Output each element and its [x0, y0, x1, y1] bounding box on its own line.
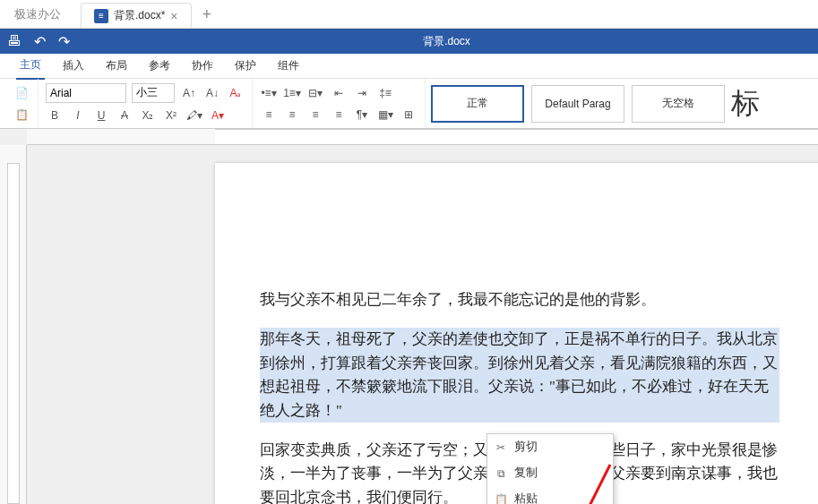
align-right-icon[interactable]: ≡ — [306, 106, 324, 124]
close-tab-icon[interactable]: × — [170, 9, 177, 23]
borders-icon[interactable]: ⊞ — [400, 106, 418, 124]
title-bar-filename: 背景.docx — [423, 34, 470, 49]
context-menu: ✂剪切 ⧉复制 📋粘贴 打印选择 分页前 保持同一行 ¶段落高级设置 💬发表评论 — [486, 433, 614, 504]
style-gallery: 正常 Default Parag 无空格 标 — [426, 79, 764, 128]
doc-icon: ≡ — [94, 9, 108, 23]
cut-icon: ✂ — [495, 441, 507, 454]
numbering-icon[interactable]: 1≡▾ — [283, 84, 301, 102]
change-case-icon[interactable]: Aₐ — [227, 84, 245, 102]
copy-icon[interactable]: 📄 — [13, 84, 30, 102]
indent-icon[interactable]: ⇥ — [353, 84, 371, 102]
title-tab-row: 极速办公 ≡ 背景.docx* × + — [0, 0, 818, 29]
font-group: A↑ A↓ Aₐ B I U A X₂ X² 🖍▾ A▾ — [39, 79, 253, 128]
paragraph-group: •≡▾ 1≡▾ ⊟▾ ⇤ ⇥ ‡≡ ≡ ≡ ≡ ≡ ¶▾ ▦▾ ⊞ — [253, 79, 426, 128]
shading-icon[interactable]: ▦▾ — [376, 106, 394, 124]
menu-paste[interactable]: 📋粘贴 — [487, 486, 613, 504]
font-size-input[interactable] — [132, 83, 175, 103]
print-icon[interactable]: 🖶 — [7, 33, 22, 49]
align-left-icon[interactable]: ≡ — [260, 106, 278, 124]
bold-button[interactable]: B — [46, 107, 64, 124]
font-color-icon[interactable]: A▾ — [209, 107, 227, 124]
copy-icon: ⧉ — [495, 467, 507, 480]
style-heading[interactable]: 标 — [732, 85, 759, 123]
ribbon-tab-row: 主页 插入 布局 参考 协作 保护 组件 — [0, 54, 818, 79]
tab-component[interactable]: 组件 — [274, 53, 303, 79]
document-tab[interactable]: ≡ 背景.docx* × — [81, 3, 192, 28]
ribbon: 📄 📋 A↑ A↓ Aₐ B I U A X₂ X² 🖍▾ A▾ •≡▾ 1≡▾ — [0, 79, 818, 129]
tab-protect[interactable]: 保护 — [231, 53, 260, 79]
outdent-icon[interactable]: ⇤ — [330, 84, 348, 102]
paste-icon[interactable]: 📋 — [13, 106, 30, 124]
redo-icon[interactable]: ↷ — [58, 33, 70, 50]
align-justify-icon[interactable]: ≡ — [330, 106, 348, 124]
tab-reference[interactable]: 参考 — [145, 53, 174, 79]
grow-font-icon[interactable]: A↑ — [180, 84, 198, 102]
menu-copy[interactable]: ⧉复制 — [487, 460, 613, 486]
horizontal-ruler[interactable] — [27, 129, 818, 145]
multilevel-icon[interactable]: ⊟▾ — [306, 84, 324, 102]
style-default-paragraph[interactable]: Default Parag — [531, 85, 624, 123]
align-center-icon[interactable]: ≡ — [283, 106, 301, 124]
workspace: 我与父亲不相见已二年余了，我最不能忘记的是他的背影。 那年冬天，祖母死了，父亲的… — [0, 129, 818, 504]
subscript-button[interactable]: X₂ — [139, 107, 157, 124]
strike-button[interactable]: A — [116, 107, 133, 124]
vertical-ruler[interactable] — [0, 145, 27, 504]
paragraph-marks-icon[interactable]: ¶▾ — [353, 106, 371, 124]
tab-layout[interactable]: 布局 — [102, 53, 131, 79]
shrink-font-icon[interactable]: A↓ — [203, 84, 221, 102]
line-spacing-icon[interactable]: ‡≡ — [376, 84, 394, 102]
font-name-input[interactable] — [46, 83, 126, 103]
undo-icon[interactable]: ↶ — [34, 33, 46, 50]
italic-button[interactable]: I — [69, 107, 87, 124]
menu-cut[interactable]: ✂剪切 — [487, 434, 613, 460]
superscript-button[interactable]: X² — [162, 107, 180, 124]
underline-button[interactable]: U — [92, 107, 110, 124]
paragraph-2-selected[interactable]: 那年冬天，祖母死了，父亲的差使也交卸了，正是祸不单行的日子。我从北京到徐州，打算… — [260, 328, 779, 423]
bullets-icon[interactable]: •≡▾ — [260, 84, 278, 102]
new-tab-button[interactable]: + — [192, 2, 223, 28]
title-bar: 🖶 ↶ ↷ 背景.docx — [0, 29, 818, 54]
style-no-space[interactable]: 无空格 — [632, 85, 725, 123]
app-label: 极速办公 — [4, 1, 72, 28]
style-normal[interactable]: 正常 — [431, 85, 524, 123]
document-tab-label: 背景.docx* — [114, 8, 165, 23]
tab-home[interactable]: 主页 — [16, 52, 45, 80]
paragraph-1[interactable]: 我与父亲不相见已二年余了，我最不能忘记的是他的背影。 — [260, 288, 779, 312]
tab-insert[interactable]: 插入 — [59, 53, 88, 79]
tab-collab[interactable]: 协作 — [188, 53, 217, 79]
highlight-icon[interactable]: 🖍▾ — [185, 107, 203, 124]
clipboard-group: 📄 📋 — [5, 79, 39, 128]
paste-icon: 📋 — [495, 493, 507, 505]
